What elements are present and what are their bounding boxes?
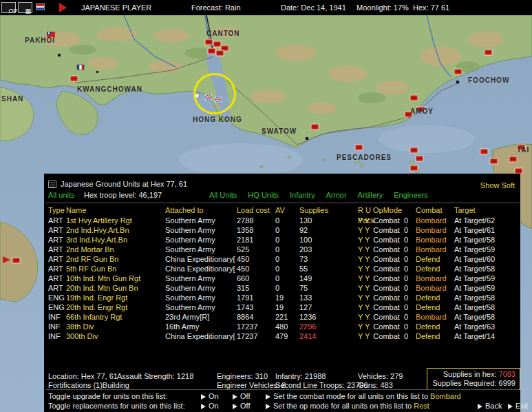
unit-av: 0	[275, 225, 299, 235]
tab-infantry[interactable]: Infantry	[290, 191, 315, 199]
play-icon[interactable]	[59, 3, 67, 12]
toggle-upgrade-off-button[interactable]: Off	[233, 392, 250, 400]
unit-name[interactable]: 66th Infantry Rgt	[66, 312, 165, 322]
arrow-icon	[233, 394, 237, 400]
menu-icon[interactable]: OP	[1, 2, 16, 13]
unit-supplies: 203	[299, 245, 358, 254]
unit-target[interactable]: At Target/62	[454, 216, 520, 225]
unit-combat-mode[interactable]: Defend	[416, 322, 454, 331]
unit-target[interactable]: At Target/14	[454, 331, 520, 341]
unit-load: 17237	[237, 322, 275, 331]
unit-combat-mode[interactable]: Bombard	[416, 312, 454, 322]
unit-attached: Southern Army	[165, 302, 237, 312]
unit-name[interactable]: 19th Ind. Engr Rgt	[66, 293, 165, 302]
unit-av: 0	[275, 235, 299, 245]
unit-name[interactable]: 20th Ind. Engr Rgt	[66, 302, 165, 312]
unit-load: 2788	[237, 216, 275, 225]
unit-ru-opmode-pack: Y YCombat0	[358, 254, 416, 264]
map-options-icon[interactable]: ▦	[18, 2, 32, 13]
unit-name[interactable]: 2nd Ind.Hvy.Art.Bn	[66, 225, 165, 235]
unit-target[interactable]: At Target/58	[454, 235, 520, 245]
unit-type: ART	[48, 225, 66, 235]
unit-type: INF	[48, 312, 66, 322]
unit-target[interactable]: At Target/58	[454, 302, 520, 312]
tab-armor[interactable]: Armor	[326, 191, 347, 199]
unit-name[interactable]: 1st Hvy.Artillery Rgt	[66, 216, 165, 225]
unit-name[interactable]: 5th RF Gun Bn	[66, 264, 165, 274]
top-bar: OP ▦ JAPANESE PLAYER Forecast: Rain Date…	[0, 0, 532, 15]
back-button[interactable]: Back	[478, 402, 502, 410]
tab-engineers[interactable]: Engineers	[394, 191, 428, 199]
unit-load: 450	[237, 254, 275, 264]
opmode: Combat	[373, 313, 400, 321]
pack: 0	[404, 226, 408, 234]
unit-combat-mode[interactable]: Bombard	[416, 283, 454, 293]
unit-target[interactable]: At Target/59	[454, 283, 520, 293]
opmode: Combat	[373, 303, 400, 311]
unit-target[interactable]: At Target/59	[454, 274, 520, 283]
unit-target[interactable]: At Target/60	[454, 254, 520, 264]
unit-combat-mode[interactable]: Bombard	[416, 274, 454, 283]
unit-combat-mode[interactable]: Defend	[416, 331, 454, 341]
stat-second-line: Second Line Troops: 23706	[275, 381, 368, 389]
ru-flags: Y Y	[358, 216, 370, 225]
map-label-kwangchowan: KWANGCHOWAN	[77, 85, 142, 93]
tab-all-units[interactable]: All Units	[209, 191, 237, 199]
table-row: ART 2nd Mortar Bn Southern Army 525 0 20…	[48, 245, 520, 254]
unit-combat-mode[interactable]: Bombard	[416, 216, 454, 225]
tab-hq-units[interactable]: HQ Units	[248, 191, 279, 199]
map-options-icon-label: ▦	[25, 6, 32, 16]
unit-combat-mode[interactable]: Defend	[416, 254, 454, 264]
unit-name[interactable]: 3rd Ind.Hvy.Art.Bn	[66, 235, 165, 245]
opmode: Combat	[373, 274, 400, 282]
opmode: Combat	[373, 284, 400, 292]
toggle-upgrade-on-button[interactable]: On	[201, 392, 219, 400]
unit-name[interactable]: 300th Div	[66, 331, 165, 341]
unit-load: 2181	[237, 235, 275, 245]
divider	[45, 389, 519, 390]
unit-name[interactable]: 2nd Mortar Bn	[66, 245, 165, 254]
unit-target[interactable]: At Target/58	[454, 312, 520, 322]
ru-flags: Y Y	[358, 332, 370, 340]
unit-combat-mode[interactable]: Defend	[416, 302, 454, 312]
unit-load: 450	[237, 264, 275, 274]
table-row: ART 3rd Ind.Hvy.Art.Bn Southern Army 218…	[48, 235, 520, 245]
unit-supplies: 130	[299, 216, 358, 225]
moonlight-text: Moonlight: 17%	[357, 3, 409, 12]
toggle-replacements-off-button[interactable]: Off	[233, 402, 250, 410]
stat-guns: Guns: 483	[358, 381, 393, 389]
date-text: Date: Dec 14, 1941	[281, 3, 346, 12]
french-flag-icon	[77, 65, 84, 70]
ground-units-panel: Japanese Ground Units at Hex 77, 61 Show…	[44, 174, 520, 412]
unit-combat-mode[interactable]: Defend	[416, 293, 454, 302]
unit-av: 479	[275, 331, 299, 341]
unit-target[interactable]: At Target/58	[454, 293, 520, 302]
unit-attached: Southern Army	[165, 216, 237, 225]
flag-icon	[36, 3, 45, 10]
unit-av: 0	[275, 264, 299, 274]
toggle-replacements-on-button[interactable]: On	[201, 402, 219, 410]
unit-name[interactable]: 10th Ind. Mtn Gun Rgt	[66, 274, 165, 283]
unit-name[interactable]: 20th Ind. Mtn Gun Bn	[66, 283, 165, 293]
unit-name[interactable]: 2nd RF Gun Bn	[66, 254, 165, 264]
unit-target[interactable]: At Target/61	[454, 225, 520, 235]
show-soft-button[interactable]: Show Soft	[480, 181, 515, 189]
exit-button[interactable]: Exit	[508, 402, 528, 410]
tab-artillery[interactable]: Artillery	[358, 191, 383, 199]
unit-name[interactable]: 38th Div	[66, 322, 165, 331]
unit-combat-mode[interactable]: Bombard	[416, 235, 454, 245]
unit-target[interactable]: At Target/58	[454, 264, 520, 274]
unit-target[interactable]: At Target/63	[454, 322, 520, 331]
map-label-canton: CANTON	[206, 30, 240, 37]
unit-supplies: 2296	[299, 322, 358, 331]
set-op-mode-button[interactable]: Set the op mode for all units on this li…	[266, 402, 429, 410]
unit-combat-mode[interactable]: Bombard	[416, 245, 454, 254]
set-combat-mode-button[interactable]: Set the combat mode for all units on thi…	[266, 392, 461, 400]
unit-av: 19	[275, 302, 299, 312]
unit-combat-mode[interactable]: Defend	[416, 264, 454, 274]
arrow-icon	[201, 394, 206, 400]
unit-load: 1743	[237, 302, 275, 312]
panel-title: Japanese Ground Units at Hex 77, 61	[61, 180, 187, 188]
unit-target[interactable]: At Target/59	[454, 245, 520, 254]
unit-combat-mode[interactable]: Bombard	[416, 225, 454, 235]
